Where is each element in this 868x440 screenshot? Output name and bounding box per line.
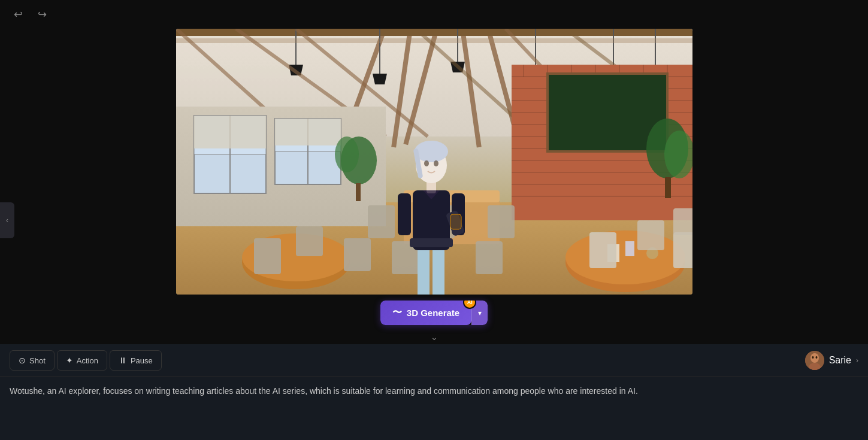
bottom-controls: ⊙ Shot ✦ Action ⏸ Pause [0, 344, 868, 440]
beam-5 [341, 29, 387, 142]
pause-button[interactable]: ⏸ Pause [110, 350, 162, 371]
avatar[interactable] [805, 351, 824, 370]
beam-4 [486, 29, 521, 145]
shot-button[interactable]: ⊙ Shot [10, 350, 55, 371]
avatar-image [805, 351, 824, 370]
svg-point-95 [810, 353, 819, 363]
description-text: Wotushe, an AI explorer, focuses on writ… [10, 384, 858, 397]
generate-area: 〜 3D Generate AI ▾ [380, 295, 488, 330]
avatar-svg [805, 351, 824, 370]
beam-horizontal [176, 29, 692, 36]
action-icon: ✦ [66, 356, 73, 365]
svg-point-98 [815, 356, 817, 359]
pause-icon: ⏸ [119, 356, 127, 365]
undo-button[interactable]: ↩ [10, 6, 26, 23]
svg-point-97 [812, 356, 813, 359]
username: Sarie [829, 355, 851, 366]
redo-button[interactable]: ↪ [34, 6, 50, 23]
chevron-down-icon: ▾ [478, 309, 482, 317]
shot-label: Shot [29, 356, 46, 365]
generate-button[interactable]: 〜 3D Generate AI [380, 301, 471, 325]
left-panel-toggle[interactable]: ‹ [0, 202, 14, 238]
generate-btn-wrapper: 〜 3D Generate AI ▾ [380, 301, 488, 325]
user-area: Sarie › [805, 351, 858, 370]
ceiling [176, 29, 692, 136]
beam-3 [460, 29, 482, 148]
text-area[interactable]: Wotushe, an AI explorer, focuses on writ… [0, 377, 868, 440]
chevron-right-icon: › [856, 356, 858, 365]
camera-icon: ⊙ [19, 356, 26, 365]
generate-label: 3D Generate [407, 308, 459, 318]
action-button[interactable]: ✦ Action [57, 350, 107, 371]
controls-toolbar: ⊙ Shot ✦ Action ⏸ Pause [0, 344, 868, 377]
scene-viewport [176, 29, 692, 295]
generate-icon: 〜 [392, 307, 402, 319]
top-bar: ↩ ↪ [0, 0, 868, 29]
pause-label: Pause [131, 356, 153, 365]
main-content: 〜 3D Generate AI ▾ ⌄ [0, 29, 868, 344]
collapse-button[interactable]: ⌄ [428, 330, 440, 344]
action-label: Action [77, 356, 98, 365]
